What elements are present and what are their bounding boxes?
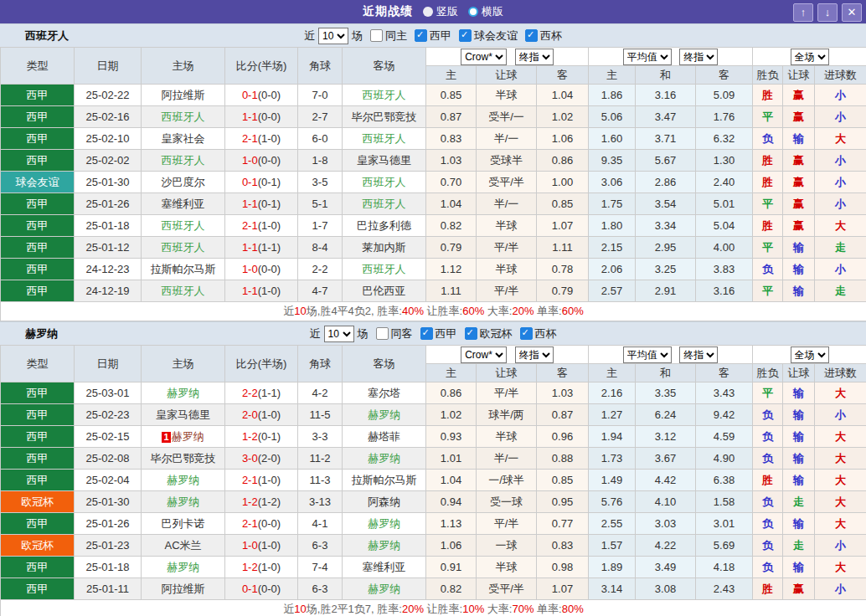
- euro-away-odds: 6.38: [696, 470, 753, 491]
- friendly-checkbox[interactable]: [459, 29, 472, 42]
- asian-time-select[interactable]: 终指: [515, 346, 554, 363]
- euro-company-select[interactable]: 平均值: [623, 49, 672, 65]
- score: 1-2(0-1): [225, 426, 298, 448]
- away-team: 拉斯帕尔马斯: [343, 470, 426, 491]
- same-home-checkbox[interactable]: [370, 29, 383, 42]
- euro-time-select[interactable]: 终指: [679, 346, 718, 363]
- vertical-layout-radio[interactable]: [423, 7, 433, 17]
- competition-tag: 西甲: [1, 382, 75, 404]
- result-handicap: 赢: [783, 578, 815, 600]
- horizontal-layout-radio[interactable]: [468, 7, 478, 17]
- euro-home-odds: 5.76: [589, 491, 636, 513]
- euro-draw-odds: 3.35: [636, 382, 696, 404]
- laliga-checkbox[interactable]: [420, 327, 433, 340]
- result-goals: 走: [815, 280, 866, 302]
- team-name-text: 西班牙人: [363, 176, 406, 188]
- competition-tag: 西甲: [1, 106, 75, 128]
- match-row: 球会友谊25-01-30沙巴度尔0-1(0-1)3-5西班牙人0.70受平/半1…: [1, 172, 866, 193]
- result-wdl: 胜: [753, 150, 783, 172]
- away-team: 塞尔塔: [343, 382, 426, 404]
- same-away-checkbox[interactable]: [376, 327, 389, 340]
- euro-time-select[interactable]: 终指: [679, 49, 718, 65]
- fulltime-select[interactable]: 全场: [791, 49, 829, 65]
- euro-away-odds: 1.76: [696, 106, 753, 128]
- asian-company-select[interactable]: Crow*: [461, 346, 507, 363]
- asian-home-odds: 1.06: [426, 535, 477, 557]
- home-team: 皇家社会: [142, 128, 225, 150]
- result-handicap: 输: [783, 470, 815, 491]
- match-date: 25-02-08: [75, 448, 142, 470]
- near-label: 近: [310, 326, 321, 341]
- score: 0-1(0-0): [225, 578, 298, 600]
- girona-matches-table: 类型 日期 主场 比分(半场) 角球 客场 Crow* 终指 平均值 终指 全场: [0, 345, 866, 616]
- euro-draw-odds: 4.22: [636, 535, 696, 557]
- fulltime-select[interactable]: 全场: [791, 346, 829, 363]
- euro-away-odds: 4.00: [696, 237, 753, 259]
- euro-draw-odds: 3.34: [636, 215, 696, 237]
- laliga-checkbox[interactable]: [415, 29, 427, 42]
- competition-tag: 西甲: [1, 150, 75, 172]
- copa-checkbox[interactable]: [520, 327, 533, 340]
- result-wdl: 胜: [753, 172, 783, 193]
- away-team: 西班牙人: [343, 259, 426, 280]
- score: 2-2(1-1): [225, 382, 298, 404]
- summary-text: 场,胜4平4负2, 胜率:: [307, 305, 402, 317]
- team-name-text: 西班牙人: [363, 198, 406, 210]
- euro-draw-odds: 2.95: [636, 237, 696, 259]
- col-header-euro-away: 客: [696, 66, 753, 85]
- euro-home-odds: 2.16: [589, 382, 636, 404]
- copa-checkbox[interactable]: [525, 29, 538, 42]
- team-name-text: 西班牙人: [162, 219, 205, 232]
- team-name-text: 巴列卡诺: [162, 517, 205, 530]
- match-row: 欧冠杯25-01-30赫罗纳1-2(1-2)3-13阿森纳0.94受一球0.95…: [1, 491, 866, 513]
- col-header-corner: 角球: [298, 48, 343, 85]
- corner-score: 8-4: [298, 237, 343, 259]
- asian-away-odds: 1.03: [537, 382, 589, 404]
- asian-handicap: 球半/两: [477, 404, 537, 426]
- asian-home-odds: 0.87: [426, 106, 477, 128]
- recent-count-select[interactable]: 10: [324, 326, 354, 342]
- asian-away-odds: 1.07: [537, 215, 589, 237]
- col-header-asian-home: 主: [426, 364, 477, 382]
- vertical-layout-label[interactable]: 竖版: [436, 4, 458, 19]
- col-header-goals-result: 进球数: [815, 364, 866, 382]
- match-date: 25-01-12: [75, 237, 142, 259]
- team-name-text: 阿森纳: [368, 495, 400, 508]
- filter-group: 近 10 场 同主 西甲 球会友谊 西杯: [304, 28, 562, 44]
- euro-company-select[interactable]: 平均值: [623, 346, 672, 363]
- team-name-text: 拉斯帕尔马斯: [151, 263, 216, 275]
- result-wdl: 平: [753, 193, 783, 215]
- col-header-score: 比分(半场): [225, 346, 298, 382]
- close-button[interactable]: ✕: [842, 3, 862, 22]
- result-wdl: 胜: [753, 85, 783, 106]
- asian-away-odds: 0.85: [537, 193, 589, 215]
- move-up-button[interactable]: ↑: [793, 3, 813, 22]
- home-team: 赫罗纳: [142, 470, 225, 491]
- euro-home-odds: 2.06: [589, 259, 636, 280]
- euro-home-odds: 1.49: [589, 470, 636, 491]
- result-goals: 大: [815, 382, 866, 404]
- matches-label: 场: [352, 28, 363, 44]
- summary-value: 60%: [462, 305, 484, 317]
- euro-draw-odds: 3.12: [636, 426, 696, 448]
- match-date: 25-01-18: [75, 215, 142, 237]
- euro-draw-odds: 6.24: [636, 404, 696, 426]
- move-down-button[interactable]: ↓: [817, 3, 838, 22]
- competition-tag: 西甲: [1, 404, 75, 426]
- euro-away-odds: 4.90: [696, 448, 753, 470]
- result-goals: 大: [815, 491, 866, 513]
- team-name-text: 毕尔巴鄂竞技: [151, 452, 216, 465]
- team-name-text: 赫罗纳: [167, 495, 199, 508]
- match-date: 25-03-01: [75, 382, 142, 404]
- asian-company-select[interactable]: Crow*: [461, 49, 507, 65]
- match-row: 西甲25-02-10皇家社会2-1(1-0)6-0西班牙人0.83半/一1.06…: [1, 128, 866, 150]
- col-header-handicap-result: 让球: [783, 364, 815, 382]
- asian-time-select[interactable]: 终指: [515, 49, 554, 65]
- horizontal-layout-label[interactable]: 横版: [482, 4, 503, 19]
- col-header-asian-handicap: 让球: [477, 66, 537, 85]
- home-team: 皇家马德里: [142, 404, 225, 426]
- recent-count-select[interactable]: 10: [318, 28, 348, 44]
- espanyol-matches-table: 类型 日期 主场 比分(半场) 角球 客场 Crow* 终指 平均值 终指 全场: [0, 47, 866, 321]
- ucl-checkbox[interactable]: [465, 327, 477, 340]
- competition-tag: 西甲: [1, 85, 75, 106]
